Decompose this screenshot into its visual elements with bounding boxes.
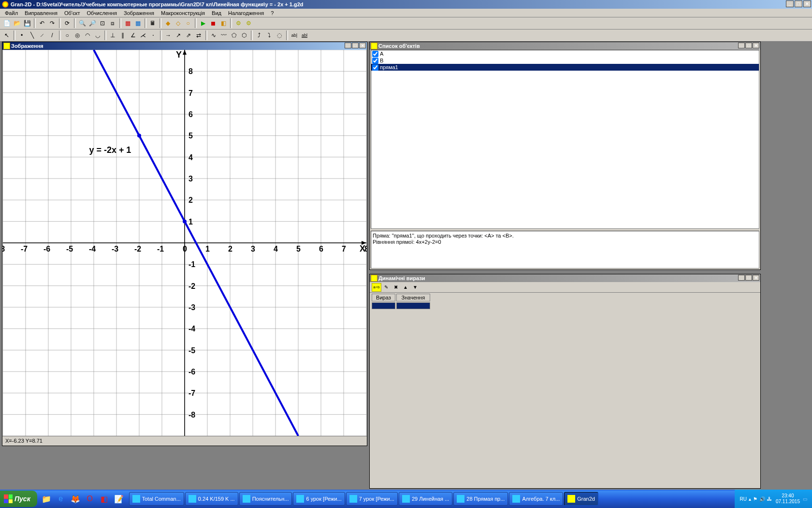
perp-icon[interactable]: ⊥ — [108, 30, 117, 40]
dyn-cell-expr[interactable] — [372, 302, 395, 309]
obj-max-icon[interactable]: □ — [745, 43, 752, 48]
object-checkbox[interactable] — [372, 64, 378, 71]
menu-зображення[interactable]: Зображення — [121, 10, 157, 16]
object-checkbox[interactable] — [372, 51, 378, 57]
ql-notes-icon[interactable]: 📝 — [113, 493, 125, 505]
tool-h-icon[interactable]: ⚙ — [244, 18, 253, 28]
tool-a-icon[interactable]: ◆ — [163, 18, 173, 28]
dyn-table[interactable]: ВиразЗначення — [371, 293, 431, 310]
object-checkbox[interactable] — [372, 58, 378, 64]
taskbar-item[interactable]: 6 урок [Режи... — [293, 492, 345, 506]
vector3-icon[interactable]: ⇗ — [184, 30, 193, 40]
dyn-header-expr[interactable]: Вираз — [372, 294, 395, 301]
tray-net-icon[interactable]: 🖧 — [767, 496, 772, 502]
objects-list[interactable]: ABпряма1 — [371, 50, 759, 229]
pointer-icon[interactable]: ↖ — [2, 30, 12, 40]
dyn-down-icon[interactable]: ▼ — [410, 283, 420, 292]
taskbar-item[interactable]: Алгебра. 7 кл... — [509, 492, 563, 506]
menu-обчислення[interactable]: Обчислення — [84, 10, 120, 16]
graph-canvas[interactable]: -8-7-6-5-4-3-2-1012345678-8-7-6-5-4-3-2-… — [2, 50, 367, 436]
tool-g-icon[interactable]: ⚙ — [233, 18, 243, 28]
ql-opera-icon[interactable]: O — [84, 493, 96, 505]
bisector-icon[interactable]: ⋌ — [138, 30, 148, 40]
transform2-icon[interactable]: ⤵ — [264, 30, 274, 40]
graph-min-icon[interactable]: _ — [345, 43, 351, 48]
graph-close-icon[interactable]: ✕ — [359, 43, 366, 48]
dyn-cell-val[interactable] — [396, 302, 430, 309]
obj-close-icon[interactable]: ✕ — [753, 43, 759, 48]
dyn-up-icon[interactable]: ▲ — [401, 283, 410, 292]
ql-app-icon[interactable]: ◧ — [98, 493, 111, 505]
list-item[interactable]: A — [371, 50, 759, 57]
menu-об'єкт[interactable]: Об'єкт — [61, 10, 83, 16]
grid-red-icon[interactable]: ▦ — [123, 18, 132, 28]
arc-icon[interactable]: ◠ — [83, 30, 92, 40]
redo-icon[interactable]: ↷ — [47, 18, 57, 28]
list-item[interactable]: пряма1 — [371, 64, 759, 71]
graph-panel-title[interactable]: Зображення _ □ ✕ — [2, 42, 367, 50]
zoom-in-icon[interactable]: 🔍 — [77, 18, 87, 28]
taskbar-item[interactable]: Total Comman... — [129, 492, 184, 506]
taskbar-item[interactable]: 7 урок [Режи... — [346, 492, 398, 506]
obj-min-icon[interactable]: _ — [738, 43, 745, 48]
menu-виправлення[interactable]: Виправлення — [22, 10, 60, 16]
tray-sound-icon[interactable]: 🔊 — [759, 496, 765, 502]
menu-файл[interactable]: Файл — [2, 10, 21, 16]
menu-?[interactable]: ? — [268, 10, 276, 16]
taskbar-item[interactable]: 0.24 K/159 K ... — [185, 492, 238, 506]
dyn-add-icon[interactable]: a=b — [372, 283, 381, 292]
parallel-icon[interactable]: ∥ — [118, 30, 128, 40]
ql-firefox-icon[interactable]: 🦊 — [69, 493, 82, 505]
label-ab-icon[interactable]: ab| — [290, 30, 299, 40]
tool-d-icon[interactable]: ▶ — [198, 18, 208, 28]
transform-icon[interactable]: ⤴ — [254, 30, 264, 40]
dyn-close-icon[interactable]: ✕ — [753, 275, 759, 281]
line-icon[interactable]: / — [47, 30, 57, 40]
open-icon[interactable]: 📂 — [12, 18, 22, 28]
circle2-icon[interactable]: ◎ — [72, 30, 82, 40]
menu-макроконструкція[interactable]: Макроконструкція — [158, 10, 208, 16]
graph-max-icon[interactable]: □ — [352, 43, 359, 48]
dyn-del-icon[interactable]: ✖ — [391, 283, 401, 292]
tray-up-icon[interactable]: ▴ — [749, 496, 751, 502]
curve-icon[interactable]: ∿ — [209, 30, 218, 40]
tool-e-icon[interactable]: ◼ — [208, 18, 218, 28]
taskbar-item[interactable]: Gran2d — [564, 492, 598, 506]
tray-desktop-icon[interactable]: ▭ — [803, 496, 807, 502]
tool-b-icon[interactable]: ◇ — [173, 18, 183, 28]
lang-indicator[interactable]: RU — [740, 496, 746, 502]
curve2-icon[interactable]: 〰 — [219, 30, 229, 40]
poly-icon[interactable]: ⬠ — [229, 30, 239, 40]
ql-explorer-icon[interactable]: 📁 — [40, 493, 53, 505]
arc2-icon[interactable]: ◡ — [93, 30, 102, 40]
reflect-icon[interactable]: ⇄ — [194, 30, 203, 40]
midpoint-icon[interactable]: ⋅ — [148, 30, 158, 40]
taskbar-item[interactable]: 29 Линейная ... — [399, 492, 452, 506]
tool-c-icon[interactable]: ○ — [183, 18, 193, 28]
zoom-out-icon[interactable]: 🔎 — [87, 18, 97, 28]
dyn-min-icon[interactable]: _ — [738, 275, 745, 281]
taskbar-item[interactable]: 28 Прямая пр... — [453, 492, 508, 506]
vector2-icon[interactable]: ↗ — [174, 30, 183, 40]
tray-flag-icon[interactable]: ⚑ — [753, 496, 757, 502]
zoom-region-icon[interactable]: ⧈ — [108, 18, 117, 28]
dyn-edit-icon[interactable]: ✎ — [381, 283, 391, 292]
tray-clock[interactable]: 23:4007.11.2015 — [776, 493, 800, 505]
objects-panel-title[interactable]: Список об'єктів _ □ ✕ — [370, 42, 760, 50]
ql-ie-icon[interactable]: e — [55, 493, 67, 505]
save-icon[interactable]: 💾 — [22, 18, 32, 28]
start-button[interactable]: Пуск — [0, 491, 37, 507]
list-item[interactable]: B — [371, 57, 759, 64]
vector-icon[interactable]: → — [163, 30, 173, 40]
poly2-icon[interactable]: ⬡ — [239, 30, 249, 40]
circle-icon[interactable]: ○ — [62, 30, 72, 40]
calc-icon[interactable]: 🖩 — [148, 18, 158, 28]
ray-icon[interactable]: ⟋ — [37, 30, 47, 40]
segment-icon[interactable]: ╲ — [27, 30, 37, 40]
angle-icon[interactable]: ∠ — [128, 30, 138, 40]
grid-blue-icon[interactable]: ▦ — [133, 18, 143, 28]
close-button[interactable]: ✕ — [803, 0, 811, 7]
zoom-fit-icon[interactable]: ⊡ — [98, 18, 107, 28]
dyn-max-icon[interactable]: □ — [745, 275, 752, 281]
minimize-button[interactable]: _ — [786, 0, 794, 7]
